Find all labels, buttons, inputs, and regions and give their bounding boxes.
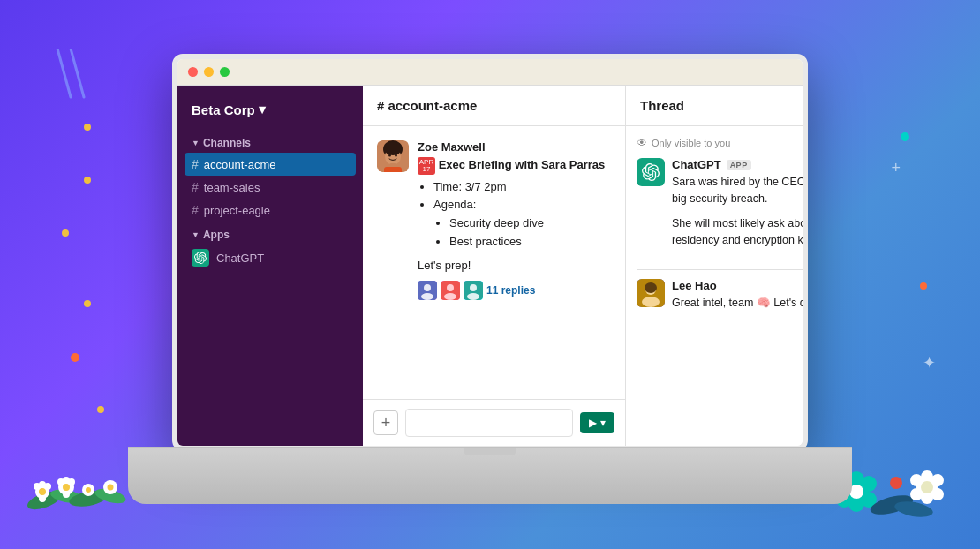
svg-point-16 xyxy=(39,481,46,488)
replies-row: 11 replies xyxy=(418,281,611,300)
plus-decoration: + xyxy=(891,159,901,177)
svg-point-7 xyxy=(39,488,46,495)
thread-content: 👁 Only visible to you ChatGPT A xyxy=(626,126,808,446)
zoe-avatar-svg xyxy=(377,140,409,172)
workspace-label: Beta Corp xyxy=(192,102,255,117)
svg-point-11 xyxy=(86,487,91,493)
chatgpt-sender: ChatGPT APP xyxy=(672,158,808,171)
lee-name: Lee Hao xyxy=(672,279,717,292)
traffic-light-red[interactable] xyxy=(188,67,198,77)
app-badge: APP xyxy=(727,160,751,170)
chatgpt-name: ChatGPT xyxy=(672,158,721,171)
traffic-light-green[interactable] xyxy=(220,67,230,77)
hash-icon: # xyxy=(192,203,199,217)
lee-avatar-svg xyxy=(637,279,665,307)
chatgpt-message: ChatGPT APP Sara was hired by the CEO af… xyxy=(637,158,808,257)
channel-title: # account-acme xyxy=(377,98,477,113)
send-icon: ▶ xyxy=(589,417,597,429)
svg-point-61 xyxy=(642,297,660,307)
list-item: Time: 3/7 2pm xyxy=(433,178,611,197)
dot-decoration xyxy=(901,132,909,141)
workspace-dropdown-icon: ▾ xyxy=(259,102,266,117)
dot-decoration xyxy=(84,300,91,307)
reply-avatar xyxy=(418,281,437,300)
dot-decoration xyxy=(84,177,91,184)
bullet-list: Time: 3/7 2pm Agenda: Security deep dive… xyxy=(418,178,611,252)
thread-header: Thread xyxy=(626,86,808,126)
list-item: Agenda: Security deep dive Best practice… xyxy=(433,196,611,251)
window-chrome xyxy=(177,59,803,86)
chatgpt-paragraph2: She will most likely ask about data resi… xyxy=(672,215,808,250)
channel-content: Zoe Maxwell APR 17 Exec Briefing with Sa… xyxy=(363,126,625,399)
laptop-base xyxy=(128,447,852,504)
svg-point-34 xyxy=(910,474,923,486)
message-body: Zoe Maxwell APR 17 Exec Briefing with Sa… xyxy=(418,140,611,300)
dot-decoration xyxy=(920,282,927,290)
svg-point-13 xyxy=(108,485,114,491)
calendar-icon: APR 17 xyxy=(418,157,435,175)
svg-point-58 xyxy=(467,293,479,300)
svg-point-55 xyxy=(444,293,456,300)
workspace-name[interactable]: Beta Corp ▾ xyxy=(177,96,363,130)
reply-avatar xyxy=(464,281,483,300)
channel-name: account-acme xyxy=(204,158,276,171)
chatgpt-text: Sara was hired by the CEO after a big se… xyxy=(672,174,808,250)
message-sender: Zoe Maxwell xyxy=(418,140,611,154)
sidebar-item-chatgpt[interactable]: ChatGPT xyxy=(177,244,363,271)
svg-point-20 xyxy=(63,477,70,484)
lee-text: Great intel, team 🧠 Let's do this! xyxy=(672,295,808,312)
svg-point-37 xyxy=(931,488,944,500)
lee-avatar xyxy=(637,279,665,307)
svg-point-38 xyxy=(921,470,933,483)
channel-name: team-sales xyxy=(204,181,260,194)
chatgpt-app-label: ChatGPT xyxy=(216,252,264,265)
sidebar-item-account-acme[interactable]: # account-acme xyxy=(185,153,356,176)
svg-point-49 xyxy=(395,154,397,157)
app-layout: Beta Corp ▾ ▼ Channels # account-acme # … xyxy=(177,86,803,446)
sidebar-item-project-eagle[interactable]: # project-eagle xyxy=(177,199,363,222)
message-title: Exec Briefing with Sara Parras xyxy=(439,158,606,171)
message-input[interactable] xyxy=(405,409,573,437)
lee-message-text: Great intel, team 🧠 Let's do this! xyxy=(672,297,808,309)
svg-point-52 xyxy=(421,293,433,300)
sub-list: Security deep dive Best practices xyxy=(433,214,611,252)
svg-point-40 xyxy=(921,481,933,493)
dot-decoration xyxy=(97,406,104,413)
svg-point-9 xyxy=(63,484,70,491)
svg-point-47 xyxy=(384,141,402,155)
svg-rect-46 xyxy=(384,167,402,172)
sidebar-item-team-sales[interactable]: # team-sales xyxy=(177,176,363,199)
send-chevron: ▾ xyxy=(600,417,606,429)
sidebar: Beta Corp ▾ ▼ Channels # account-acme # … xyxy=(177,86,363,446)
replies-count[interactable]: 11 replies xyxy=(486,284,535,297)
message-footer: Let's prep! xyxy=(418,257,611,274)
lines-decoration xyxy=(53,49,97,102)
chatgpt-paragraph1: Sara was hired by the CEO after a big se… xyxy=(672,174,808,208)
send-button[interactable]: ▶ ▾ xyxy=(580,412,614,433)
channel-main: # account-acme xyxy=(363,86,626,446)
laptop-container: Beta Corp ▾ ▼ Channels # account-acme # … xyxy=(128,45,852,504)
channel-header: # account-acme xyxy=(363,86,625,126)
dot-decoration xyxy=(71,353,79,362)
reply-avatar xyxy=(441,281,460,300)
chatgpt-avatar xyxy=(637,158,665,186)
svg-point-35 xyxy=(931,474,944,486)
svg-point-36 xyxy=(910,488,923,500)
traffic-light-yellow[interactable] xyxy=(204,67,214,77)
svg-point-51 xyxy=(424,284,431,291)
message-item: Zoe Maxwell APR 17 Exec Briefing with Sa… xyxy=(377,140,611,300)
dot-decoration xyxy=(84,124,91,131)
svg-point-48 xyxy=(388,154,391,157)
svg-point-62 xyxy=(645,282,657,293)
apps-label: Apps xyxy=(203,229,230,241)
visibility-note: 👁 Only visible to you xyxy=(637,137,808,149)
message-text: APR 17 Exec Briefing with Sara Parras Ti… xyxy=(418,156,611,274)
apps-section-header: ▼ Apps xyxy=(177,222,363,244)
lee-sender: Lee Hao xyxy=(672,279,808,292)
svg-point-21 xyxy=(63,491,70,498)
visibility-label: Only visible to you xyxy=(652,138,730,148)
add-content-button[interactable]: + xyxy=(373,410,398,435)
hash-icon: # xyxy=(192,180,199,194)
laptop-notch xyxy=(464,448,516,455)
chatgpt-sidebar-icon xyxy=(192,249,209,267)
